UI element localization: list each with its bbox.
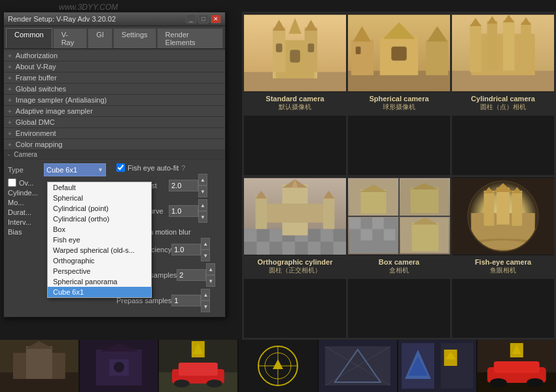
- section-authorization[interactable]: + Authorization: [4, 50, 225, 61]
- prepass-up[interactable]: ▲: [201, 289, 210, 301]
- section-arrow: +: [8, 86, 12, 93]
- camera-type-name-spherical: Spherical camera: [351, 95, 447, 103]
- camera-label-standard: Standard camera 默认摄像机: [244, 92, 346, 116]
- section-adaptive-sampler[interactable]: + Adaptive image sampler: [4, 106, 225, 117]
- dropdown-item-orthographic[interactable]: Orthographic: [48, 255, 151, 266]
- camera-gallery: Standard camera 默认摄像机: [242, 12, 556, 340]
- dropdown-item-cylindrical-point[interactable]: Cylindrical (point): [48, 203, 151, 214]
- section-about-vray[interactable]: + About V-Ray: [4, 61, 225, 73]
- shutter-efficiency-input[interactable]: [171, 244, 201, 255]
- film-thumb-3: [159, 340, 237, 392]
- svg-point-122: [527, 378, 544, 387]
- dropdown-item-warped[interactable]: Warped spherical (old-s...: [48, 245, 151, 255]
- camera-type-dropdown[interactable]: Default Spherical Cylindrical (point) Cy…: [47, 182, 152, 298]
- film-thumb-7: [478, 340, 556, 392]
- fisheye-dist-group: ▲ ▼: [169, 174, 207, 197]
- svg-rect-66: [384, 229, 396, 240]
- section-label: Adaptive image sampler: [16, 107, 93, 115]
- fisheye-dist-down[interactable]: ▼: [198, 186, 207, 197]
- section-image-sampler[interactable]: + Image sampler (Antialiasing): [4, 95, 225, 106]
- section-camera-label: Camera: [14, 151, 37, 158]
- section-color-mapping[interactable]: + Color mapping: [4, 139, 225, 150]
- tab-settings[interactable]: Settings: [113, 28, 156, 48]
- tab-render-elements[interactable]: Render Elements: [157, 28, 223, 48]
- camera-type-chinese-fisheye: 鱼眼相机: [455, 266, 551, 275]
- fisheye-dist-input[interactable]: [169, 180, 198, 191]
- section-frame-buffer[interactable]: + Frame buffer: [4, 73, 225, 84]
- camera-label-spherical: Spherical camera 球形摄像机: [348, 92, 450, 116]
- section-arrow: +: [8, 74, 12, 82]
- shutter-efficiency-group: ▲ ▼: [171, 238, 210, 261]
- camera-type-name-standard: Standard camera: [247, 95, 343, 103]
- camera-type-select[interactable]: Cube 6x1 ▼: [44, 163, 106, 176]
- svg-rect-36: [269, 229, 283, 242]
- section-label: Authorization: [16, 52, 58, 59]
- camera-image-fisheye: [452, 177, 554, 255]
- camera-type-chinese-standard: 默认摄像机: [247, 103, 343, 112]
- camera-label-ortho: Orthographic cylinder 圆柱（正交相机）: [244, 255, 346, 279]
- svg-point-96: [207, 380, 222, 387]
- section-environment[interactable]: + Environment: [4, 128, 225, 139]
- filmstrip: [0, 340, 556, 392]
- camera-type-name-cylindrical: Cylindrical camera: [455, 95, 551, 103]
- maximize-button[interactable]: □: [198, 14, 209, 24]
- camera-image-standard: [244, 14, 346, 92]
- svg-rect-47: [256, 195, 268, 229]
- section-list: + Authorization + About V-Ray + Frame bu…: [4, 49, 225, 161]
- geo-samples-up[interactable]: ▲: [206, 263, 215, 275]
- fisheye-curve-input[interactable]: [169, 205, 198, 217]
- fisheye-curve-down[interactable]: ▼: [198, 211, 207, 223]
- svg-point-95: [174, 380, 190, 387]
- dropdown-item-cylindrical-ortho[interactable]: Cylindrical (ortho): [48, 214, 151, 224]
- camera-type-label: Type: [8, 166, 44, 174]
- dropdown-item-fisheye[interactable]: Fish eye: [48, 235, 151, 245]
- override-fov-checkbox[interactable]: [8, 178, 16, 187]
- shutter-up[interactable]: ▲: [201, 238, 210, 250]
- durat-label: Durat...: [8, 208, 31, 216]
- camera-card-standard: Standard camera 默认摄像机: [244, 14, 346, 175]
- dropdown-item-spherical[interactable]: Spherical: [48, 193, 151, 203]
- camera-type-name-box: Box camera: [351, 258, 447, 266]
- fisheye-dist-up[interactable]: ▲: [198, 174, 207, 186]
- geo-samples-down[interactable]: ▼: [206, 275, 215, 287]
- tab-vray[interactable]: V-Ray: [53, 28, 88, 48]
- close-button[interactable]: ✕: [211, 14, 221, 24]
- cylindrical-label: Cylinde...: [8, 189, 38, 197]
- tab-common[interactable]: Common: [6, 28, 52, 48]
- svg-rect-16: [356, 46, 361, 54]
- section-label: Global switches: [16, 85, 66, 93]
- svg-rect-75: [496, 188, 510, 225]
- svg-rect-28: [521, 22, 531, 70]
- svg-rect-67: [412, 222, 439, 251]
- fisheye-curve-up[interactable]: ▲: [198, 199, 207, 211]
- svg-rect-19: [391, 46, 406, 60]
- dropdown-item-box[interactable]: Box: [48, 224, 151, 235]
- dropdown-item-spherical-panorama[interactable]: Spherical panorama: [48, 276, 151, 287]
- question-mark[interactable]: ?: [181, 164, 185, 172]
- svg-rect-97: [179, 363, 218, 376]
- svg-rect-44: [257, 203, 334, 222]
- shutter-down[interactable]: ▼: [201, 250, 210, 261]
- camera-image-cylindrical: [452, 14, 554, 92]
- section-global-switches[interactable]: + Global switches: [4, 84, 225, 95]
- section-camera-header[interactable]: - Camera: [4, 150, 225, 159]
- prepass-samples-input[interactable]: [171, 295, 201, 306]
- svg-rect-65: [361, 229, 373, 240]
- override-fov-label: Ov...: [19, 179, 33, 187]
- camera-type-name-ortho: Orthographic cylinder: [247, 258, 343, 266]
- svg-rect-60: [411, 188, 439, 213]
- dropdown-item-default[interactable]: Default: [48, 182, 151, 193]
- geometry-samples-input[interactable]: [177, 269, 206, 281]
- bias-label: Bias: [8, 228, 22, 236]
- section-arrow: +: [8, 108, 12, 115]
- dropdown-item-perspective[interactable]: Perspective: [48, 266, 151, 276]
- svg-rect-58: [361, 189, 387, 214]
- prepass-down[interactable]: ▼: [201, 301, 210, 312]
- section-label: Color mapping: [16, 140, 63, 148]
- dropdown-item-cube6x1[interactable]: Cube 6x1: [48, 287, 151, 297]
- section-global-dmc[interactable]: + Global DMC: [4, 117, 225, 128]
- tab-gi[interactable]: GI: [88, 28, 113, 48]
- fisheye-autofit-checkbox[interactable]: [116, 163, 125, 172]
- minimize-button[interactable]: _: [186, 14, 196, 24]
- interv-label: Interv...: [8, 218, 31, 226]
